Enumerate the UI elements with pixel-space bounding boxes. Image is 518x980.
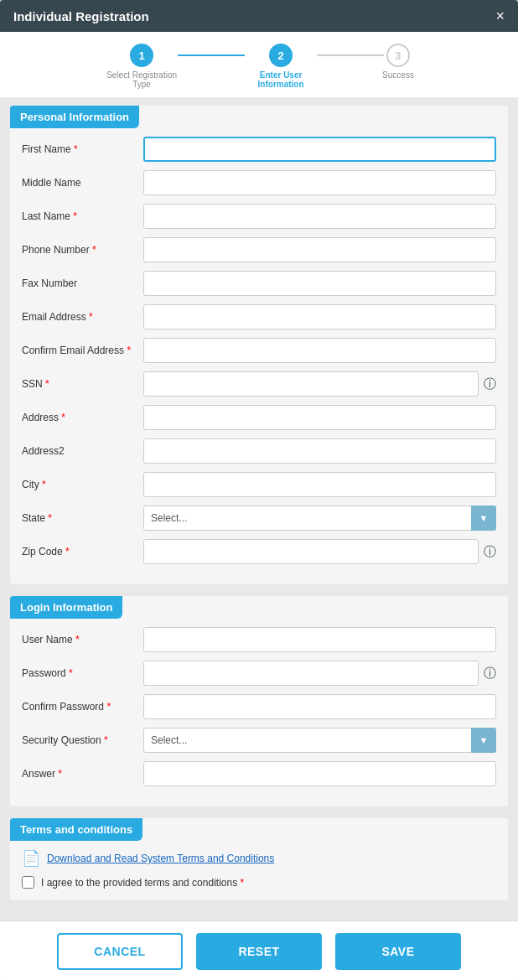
username-label: User Name *	[22, 634, 143, 646]
password-info-icon[interactable]: ⓘ	[484, 666, 496, 682]
step-2: 2 Enter User Information	[243, 44, 319, 89]
email-row: Email Address *	[22, 304, 496, 329]
stepper: 1 Select Registration Type 2 Enter User …	[0, 32, 518, 97]
email-label: Email Address *	[22, 311, 143, 323]
connector-1-2	[178, 54, 245, 56]
last-name-label: Last Name *	[22, 210, 143, 222]
address2-row: Address2	[22, 438, 496, 464]
zip-label: Zip Code *	[22, 546, 143, 557]
password-label: Password *	[22, 667, 143, 679]
phone-row: Phone Number *	[22, 237, 496, 262]
personal-info-card: Personal Information First Name * Middle…	[10, 106, 508, 584]
confirm-password-input[interactable]	[143, 694, 496, 719]
address2-label: Address2	[22, 445, 143, 457]
password-row: Password * ⓘ	[22, 661, 496, 686]
modal-footer: CANCEL RESET SAVE	[0, 920, 518, 980]
step-3: 3 Success	[382, 44, 414, 80]
confirm-password-label: Confirm Password *	[22, 701, 143, 713]
terms-card: Terms and conditions 📄 Download and Read…	[10, 818, 508, 900]
terms-content: 📄 Download and Read System Terms and Con…	[10, 849, 508, 889]
step-2-circle: 2	[269, 44, 293, 67]
password-input[interactable]	[143, 661, 479, 686]
state-label: State *	[22, 512, 143, 524]
terms-header: Terms and conditions	[10, 818, 142, 841]
login-info-card: Login Information User Name * Password *…	[10, 596, 508, 806]
confirm-email-input[interactable]	[143, 338, 496, 363]
terms-checkbox[interactable]	[22, 876, 34, 889]
step-1-circle: 1	[130, 44, 153, 67]
address-input[interactable]	[143, 405, 496, 430]
username-row: User Name *	[22, 627, 496, 652]
terms-agree-row: I agree to the provided terms and condit…	[22, 876, 496, 889]
step-2-label: Enter User Information	[243, 70, 319, 89]
security-question-row: Security Question * Select...	[22, 728, 496, 753]
step-1: 1 Select Registration Type	[104, 44, 179, 89]
first-name-label: First Name *	[22, 143, 143, 155]
pdf-icon: 📄	[22, 849, 40, 868]
login-info-header: Login Information	[10, 596, 122, 619]
middle-name-row: Middle Name	[22, 170, 496, 195]
save-button[interactable]: SAVE	[335, 933, 461, 970]
address2-input[interactable]	[143, 438, 496, 464]
answer-input[interactable]	[143, 761, 496, 786]
modal-container: Individual Registration × 1 Select Regis…	[0, 0, 518, 980]
terms-download-row: 📄 Download and Read System Terms and Con…	[22, 849, 496, 868]
confirm-password-row: Confirm Password *	[22, 694, 496, 719]
cancel-button[interactable]: CANCEL	[57, 933, 183, 970]
modal-title: Individual Registration	[13, 9, 149, 23]
fax-label: Fax Number	[22, 277, 143, 289]
step-3-label: Success	[382, 70, 414, 80]
security-question-select[interactable]: Select...	[143, 728, 496, 753]
zip-input[interactable]	[143, 539, 479, 564]
ssn-info-icon[interactable]: ⓘ	[484, 376, 496, 392]
reset-button[interactable]: RESET	[196, 933, 322, 970]
terms-download-link[interactable]: Download and Read System Terms and Condi…	[47, 853, 274, 864]
password-input-group: ⓘ	[143, 661, 496, 686]
login-info-form: User Name * Password * ⓘ Confirm Passwor…	[10, 627, 508, 786]
address-row: Address *	[22, 405, 496, 430]
ssn-input-group: ⓘ	[143, 371, 496, 397]
security-question-label: Security Question *	[22, 734, 143, 746]
city-label: City *	[22, 479, 143, 490]
personal-info-header: Personal Information	[10, 106, 139, 128]
fax-input[interactable]	[143, 271, 496, 296]
last-name-row: Last Name *	[22, 204, 496, 229]
state-select-wrapper: Select...	[143, 506, 496, 531]
terms-agree-label: I agree to the provided terms and condit…	[41, 877, 244, 889]
personal-info-form: First Name * Middle Name Last Name * Pho…	[10, 137, 508, 564]
connector-2-3	[317, 54, 384, 56]
confirm-email-label: Confirm Email Address *	[22, 345, 143, 356]
answer-label: Answer *	[22, 768, 143, 780]
middle-name-input[interactable]	[143, 170, 496, 195]
step-3-circle: 3	[386, 44, 410, 67]
phone-input[interactable]	[143, 237, 496, 262]
ssn-row: SSN * ⓘ	[22, 371, 496, 397]
first-name-input[interactable]	[143, 137, 496, 162]
zip-row: Zip Code * ⓘ	[22, 539, 496, 564]
modal-header: Individual Registration ×	[0, 0, 518, 32]
state-select[interactable]: Select...	[143, 506, 496, 531]
close-button[interactable]: ×	[495, 8, 505, 23]
fax-row: Fax Number	[22, 271, 496, 296]
ssn-label: SSN *	[22, 378, 143, 390]
phone-label: Phone Number *	[22, 244, 143, 256]
state-row: State * Select...	[22, 506, 496, 531]
answer-row: Answer *	[22, 761, 496, 786]
first-name-row: First Name *	[22, 137, 496, 162]
username-input[interactable]	[143, 627, 496, 652]
zip-input-group: ⓘ	[143, 539, 496, 564]
city-input[interactable]	[143, 472, 496, 497]
address-label: Address *	[22, 412, 143, 423]
city-row: City *	[22, 472, 496, 497]
confirm-email-row: Confirm Email Address *	[22, 338, 496, 363]
email-input[interactable]	[143, 304, 496, 329]
modal-body: Personal Information First Name * Middle…	[0, 97, 518, 920]
ssn-input[interactable]	[143, 371, 479, 397]
security-question-select-wrapper: Select...	[143, 728, 496, 753]
zip-info-icon[interactable]: ⓘ	[484, 544, 496, 560]
last-name-input[interactable]	[143, 204, 496, 229]
step-1-label: Select Registration Type	[104, 70, 179, 89]
middle-name-label: Middle Name	[22, 177, 143, 189]
